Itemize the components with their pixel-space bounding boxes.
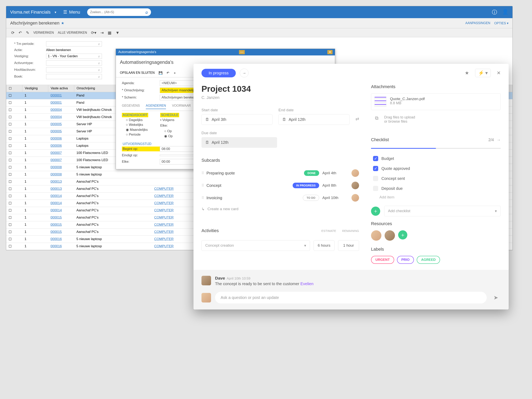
drag-handle-icon[interactable]: ⠿ [202,196,203,200]
due-date-picker[interactable]: 🗓April 12th [202,137,277,148]
filter-icon[interactable]: ▼ [115,31,120,35]
radio-maandelijks[interactable]: ◉ Maandelijks [126,128,148,132]
checklist-item[interactable]: Concept sent [373,174,499,183]
add-checklist-button[interactable]: ＋ [371,206,380,216]
save-close-button[interactable]: OPSLAAN EN SLUITEN [120,71,155,75]
attachment-item[interactable]: Quote_C.Janzen.pdf 8.8 MB [371,93,501,110]
lookup-icon[interactable]: ⌕ [98,68,100,72]
radio-op1[interactable]: ○ Op [164,129,179,133]
undo-icon[interactable]: ↶ [167,71,169,75]
lookup-icon[interactable]: ⌕ [98,54,100,58]
field-value[interactable] [160,155,196,156]
drag-handle-icon[interactable]: ⠿ [202,183,203,188]
remaining-value[interactable]: 1 hour [338,240,359,251]
lookup-icon[interactable]: ⌕ [98,42,100,46]
save-icon[interactable]: 💾 [158,71,163,75]
assignee-avatar[interactable] [351,182,359,189]
add-icon[interactable]: ＋ [173,71,176,75]
adjustments-link[interactable]: AANPASSINGEN [465,21,490,25]
brand-dropdown-icon[interactable]: ▾ [55,10,56,14]
send-button[interactable]: ➤ [491,293,501,303]
tab-gegevens[interactable]: GEGEVENS [122,104,140,109]
radio-op2[interactable]: ◉ Op [164,134,179,138]
radio-dagelijks[interactable]: ○ Dagelijks [126,118,148,122]
user-icon[interactable]: 👤 [502,9,508,16]
search-icon[interactable]: ⌕ [146,10,148,15]
grid-icon[interactable]: ▦ [108,30,112,35]
assignee-avatar[interactable] [351,169,359,177]
sync-dates-icon[interactable]: ⇄ [355,116,359,125]
field-value[interactable]: 08:00 [160,146,196,152]
export-icon[interactable]: ⇥ [100,30,104,35]
radio-periode[interactable]: ○ Periode [126,133,148,137]
modal-close[interactable]: ✕ [327,50,333,54]
checkbox[interactable] [373,176,378,181]
compose-input[interactable]: Ask a question or post an update [215,292,487,304]
assignee-avatar[interactable] [351,194,359,202]
subcard-row[interactable]: ⠿ConceptIN PROGRESSApril 8th [202,179,359,192]
add-checklist-input[interactable]: Add checklist▾ [384,206,501,216]
checklist-item[interactable]: ✓Budget [373,154,499,163]
status-pill[interactable]: In progress [202,69,236,77]
search-input-wrapper[interactable]: ⌕ [87,8,151,16]
label-pill[interactable]: AGREED [417,256,440,264]
checkbox[interactable]: ✓ [373,166,378,171]
undo-icon[interactable]: ↶ [19,30,22,35]
column-vaste-activa[interactable]: Vaste activa [48,85,74,92]
start-date-picker[interactable]: 🗓April 3th [202,114,272,125]
checklist-item[interactable]: ✓Quote approved [373,163,499,174]
subcard-row[interactable]: ⠿Preparing quoteDONEApril 4th [202,167,359,179]
label-pill[interactable]: URGENT [371,256,394,264]
search-input[interactable] [90,10,146,14]
tab-voorwaar[interactable]: VOORWAAR [172,104,191,109]
modal-minimize[interactable]: — [239,50,245,54]
drag-handle-icon[interactable]: ⠿ [202,171,203,175]
field-value[interactable]: 00:00 [160,159,196,164]
add-item-button[interactable]: Add item [380,193,501,201]
form-input-hoofdactivum[interactable]: ⌕ [46,67,102,72]
mention[interactable]: Evelien [300,281,314,286]
label-pill[interactable]: PRIO [397,256,414,264]
lookup-icon[interactable]: ⌕ [98,75,100,78]
favorite-star-icon[interactable]: ★ [61,21,64,25]
column-checkbox[interactable]: ☐ [6,85,22,92]
edit-icon[interactable]: ✎ [26,30,29,35]
tab-agenderen[interactable]: AGENDEREN [146,104,166,109]
browse-link[interactable]: or browse files [384,119,415,124]
refresh-dropdown-icon[interactable]: ⟳▾ [91,30,96,35]
end-date-picker[interactable]: 🗓April 12th [279,114,349,125]
close-icon[interactable]: ✕ [497,70,501,76]
alle-verwerken-button[interactable]: ALLE VERWERKEN [58,31,87,35]
form-input-vestiging[interactable]: 1 - VN - Your Garden⌕ [46,54,102,59]
subcard-row[interactable]: ⠿InvoicingTO DOApril 10th [202,192,359,204]
modal-titlebar[interactable]: Automatiseringsagenda's — ✕ [116,49,335,56]
column-vestiging[interactable]: Vestiging [22,85,48,92]
form-input-boek[interactable]: ⌕ [46,74,102,79]
options-link[interactable]: OPTIES ▾ [494,21,508,25]
estimate-value[interactable]: 6 hours [314,240,335,251]
automation-button[interactable]: ⚡▾ [475,69,491,77]
lookup-icon[interactable]: ⌕ [98,61,100,65]
advance-status-button[interactable]: → [240,69,248,77]
help-icon[interactable]: ⓘ [492,9,497,16]
add-resource-button[interactable]: ＋ [398,230,407,239]
menu-button[interactable]: ☰ Menu [60,10,83,15]
refresh-icon[interactable]: ⟳ [11,30,15,35]
create-card-button[interactable]: ↳ Create a new card [202,204,359,214]
arrow-right-icon[interactable]: → [497,137,501,142]
star-icon[interactable]: ★ [465,70,469,76]
file-drop-area[interactable]: ⧉ Drag files to upload or browse files [371,114,501,125]
activity-select[interactable]: Concept creation▾ [202,240,310,251]
form-input-activumtype[interactable]: ⌕ [46,60,102,66]
radio-wekelijks[interactable]: ○ Wekelijks [126,123,148,127]
checkbox[interactable]: ✓ [373,156,378,161]
field-value[interactable]: Afschrijven maandelijks [160,87,199,93]
project-subtitle: C. Janzen [202,95,359,100]
checkbox[interactable] [373,186,378,191]
resource-avatar[interactable] [371,230,381,241]
verwerken-button[interactable]: VERWERKEN [33,31,54,35]
resource-avatar[interactable] [385,230,395,241]
checklist-item[interactable]: Deposit due [373,183,499,193]
field-value[interactable]: <NIEUW> [160,80,196,86]
form-input-tm[interactable]: ⌕ [46,41,102,46]
